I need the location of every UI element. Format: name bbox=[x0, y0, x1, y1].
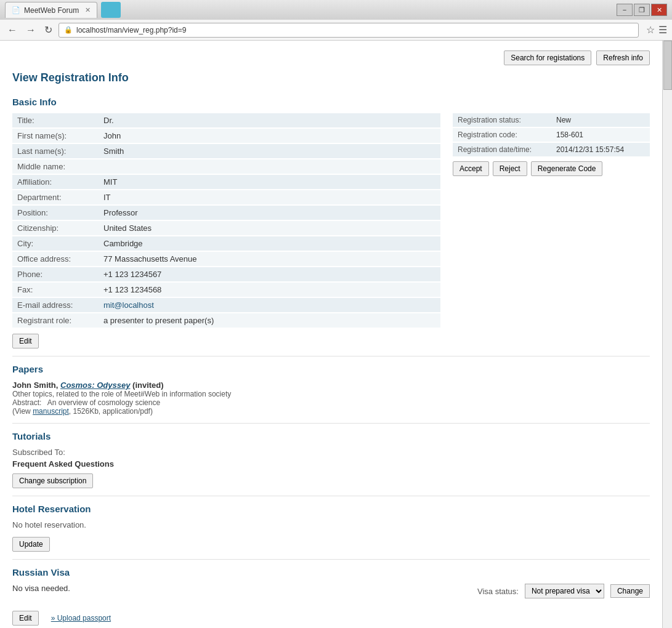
back-button[interactable]: ← bbox=[5, 23, 20, 37]
tutorials-section-title: Tutorials bbox=[12, 431, 650, 441]
table-row: Citizenship: United States bbox=[12, 221, 440, 235]
table-row: Department: IT bbox=[12, 190, 440, 204]
field-value-firstname: John bbox=[99, 129, 126, 143]
field-label-lastname: Last name(s): bbox=[12, 144, 99, 158]
top-actions: Search for registations Refresh info bbox=[12, 50, 650, 65]
table-row: First name(s): John bbox=[12, 129, 440, 143]
russian-visa-section-title: Russian Visa bbox=[12, 567, 650, 578]
table-row: Fax: +1 123 1234568 bbox=[12, 283, 440, 297]
field-label-citizenship: Citizenship: bbox=[12, 221, 99, 235]
page-content: Search for registations Refresh info Vie… bbox=[0, 41, 662, 628]
field-value-title: Dr. bbox=[99, 113, 119, 127]
table-row: Last name(s): Smith bbox=[12, 144, 440, 158]
table-row: E-mail address: mit@localhost bbox=[12, 298, 440, 312]
paper-title-link[interactable]: Cosmos: Odyssey bbox=[60, 380, 130, 390]
basic-info-edit-button[interactable]: Edit bbox=[12, 334, 39, 348]
address-bar[interactable]: 🔒 localhost/man/view_reg.php?id=9 bbox=[59, 23, 639, 38]
visa-bottom-row: Edit » Upload passport bbox=[12, 611, 650, 626]
scrollbar[interactable] bbox=[662, 41, 672, 628]
table-row: Middle name: bbox=[12, 159, 440, 174]
table-row: Registration date/time: 2014/12/31 15:57… bbox=[453, 143, 650, 156]
field-value-lastname: Smith bbox=[99, 144, 129, 158]
reg-datetime-value: 2014/12/31 15:57:54 bbox=[551, 143, 629, 156]
restore-button[interactable]: ❐ bbox=[634, 4, 650, 16]
paper-abstract: Abstract: An overview of cosmology scien… bbox=[12, 398, 650, 407]
reg-action-buttons: Accept Reject Regenerate Code bbox=[453, 161, 650, 176]
reload-button[interactable]: ↻ bbox=[42, 23, 55, 37]
section-divider-2 bbox=[12, 423, 650, 424]
tab-close-icon[interactable]: ✕ bbox=[85, 6, 91, 14]
table-row: Title: Dr. bbox=[12, 113, 440, 127]
url-text: localhost/man/view_reg.php?id=9 bbox=[76, 26, 186, 34]
field-value-email: mit@localhost bbox=[99, 298, 159, 312]
menu-icon[interactable]: ☰ bbox=[658, 24, 667, 36]
field-value-role: a presenter to present paper(s) bbox=[99, 313, 219, 328]
new-tab-button[interactable] bbox=[101, 2, 121, 18]
regenerate-code-button[interactable]: Regenerate Code bbox=[531, 161, 603, 176]
reg-status-value: New bbox=[551, 113, 576, 127]
accept-button[interactable]: Accept bbox=[453, 161, 489, 176]
field-value-affiliation: MIT bbox=[99, 175, 122, 189]
subscribed-item: Frequent Asked Questions bbox=[12, 459, 650, 469]
hotel-section-title: Hotel Reservation bbox=[12, 504, 650, 514]
reg-code-value: 158-601 bbox=[551, 128, 588, 142]
scrollbar-thumb[interactable] bbox=[663, 41, 672, 90]
forward-button[interactable]: → bbox=[23, 23, 38, 37]
field-value-citizenship: United States bbox=[99, 221, 156, 235]
paper-item: John Smith, Cosmos: Odyssey (invited) Ot… bbox=[12, 380, 650, 416]
field-value-city: Cambridge bbox=[99, 236, 148, 251]
field-value-office: 77 Massachusetts Avenue bbox=[99, 252, 202, 266]
page-title: View Registration Info bbox=[12, 71, 650, 84]
field-label-fax: Fax: bbox=[12, 283, 99, 297]
close-button[interactable]: ✕ bbox=[651, 4, 667, 16]
tab-title: MeetWeb Forum bbox=[24, 6, 79, 15]
paper-authors: John Smith, Cosmos: Odyssey (invited) bbox=[12, 380, 650, 390]
field-label-role: Registrant role: bbox=[12, 313, 99, 328]
email-link[interactable]: mit@localhost bbox=[103, 300, 154, 310]
basic-info-wrapper: Title: Dr. First name(s): John Last name… bbox=[12, 113, 650, 348]
registration-status-box: Registration status: New Registration co… bbox=[453, 113, 650, 348]
visa-status-select[interactable]: Not prepared visa Visa prepared Visa sen… bbox=[525, 584, 604, 598]
field-label-middlename: Middle name: bbox=[12, 159, 99, 174]
visa-row: No visa needed. Visa status: Not prepare… bbox=[12, 584, 650, 605]
table-row: Position: Professor bbox=[12, 206, 440, 220]
paper-topics: Other topics, related to the role of Mee… bbox=[12, 390, 650, 398]
field-label-email: E-mail address: bbox=[12, 298, 99, 312]
table-row: Registration code: 158-601 bbox=[453, 128, 650, 142]
table-row: Registration status: New bbox=[453, 113, 650, 127]
field-value-position: Professor bbox=[99, 206, 143, 220]
field-label-phone: Phone: bbox=[12, 267, 99, 281]
table-row: Phone: +1 123 1234567 bbox=[12, 267, 440, 281]
tab-icon: 📄 bbox=[12, 6, 20, 14]
hotel-no-reservation: No hotel reservation. bbox=[12, 520, 650, 529]
subscribed-label: Subscribed To: bbox=[12, 448, 650, 457]
visa-change-button[interactable]: Change bbox=[610, 584, 650, 598]
table-row: Affiliation: MIT bbox=[12, 175, 440, 189]
section-divider bbox=[12, 356, 650, 356]
change-subscription-button[interactable]: Change subscription bbox=[12, 473, 93, 488]
table-row: Registrant role: a presenter to present … bbox=[12, 313, 440, 328]
minimize-button[interactable]: − bbox=[617, 4, 633, 16]
basic-info-section-title: Basic Info bbox=[12, 97, 650, 107]
field-label-city: City: bbox=[12, 236, 99, 251]
field-value-phone: +1 123 1234567 bbox=[99, 267, 166, 281]
papers-section-title: Papers bbox=[12, 364, 650, 374]
page-icon: 🔒 bbox=[64, 26, 73, 34]
upload-passport-link[interactable]: » Upload passport bbox=[51, 614, 111, 622]
visa-edit-button[interactable]: Edit bbox=[12, 611, 39, 626]
refresh-info-button[interactable]: Refresh info bbox=[596, 50, 650, 65]
bookmark-icon[interactable]: ☆ bbox=[646, 24, 655, 36]
hotel-update-button[interactable]: Update bbox=[12, 537, 50, 552]
search-registrations-button[interactable]: Search for registations bbox=[504, 50, 591, 65]
field-label-firstname: First name(s): bbox=[12, 129, 99, 143]
field-value-department: IT bbox=[99, 190, 116, 204]
field-label-title: Title: bbox=[12, 113, 99, 127]
section-divider-4 bbox=[12, 559, 650, 560]
nav-bar: ← → ↻ 🔒 localhost/man/view_reg.php?id=9 … bbox=[0, 20, 672, 41]
visa-status-row: Visa status: Not prepared visa Visa prep… bbox=[477, 584, 650, 598]
manuscript-link[interactable]: manuscript bbox=[33, 407, 69, 416]
browser-tab[interactable]: 📄 MeetWeb Forum ✕ bbox=[5, 2, 97, 18]
reject-button[interactable]: Reject bbox=[493, 161, 527, 176]
table-row: Office address: 77 Massachusetts Avenue bbox=[12, 252, 440, 266]
field-value-fax: +1 123 1234568 bbox=[99, 283, 166, 297]
